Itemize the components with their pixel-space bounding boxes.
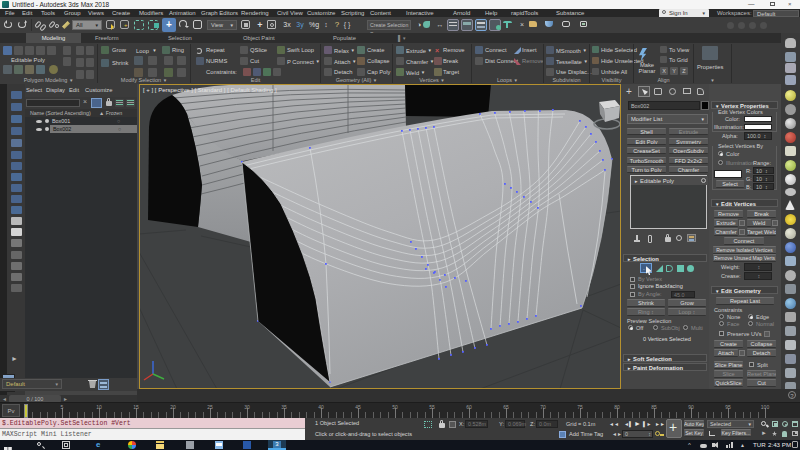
svg-text:[ + ] [ Perspective ] [ Standa: [ + ] [ Perspective ] [ Standard ] [ Def… (143, 87, 277, 93)
